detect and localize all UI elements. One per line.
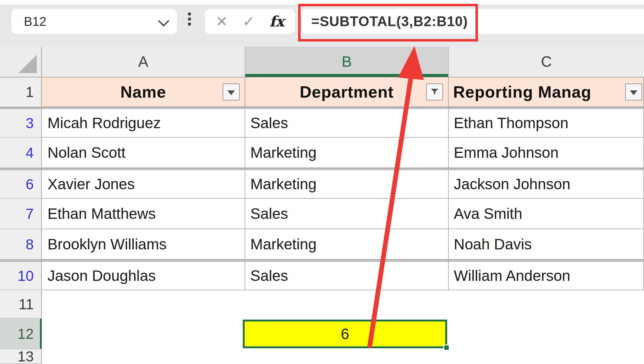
dropdown-arrow-icon <box>227 90 235 95</box>
subtotal-result-value: 6 <box>341 325 349 343</box>
table-row: 10 Jason Doughlas Sales William Anderson <box>0 260 644 290</box>
empty-cells[interactable] <box>42 290 644 319</box>
insert-function-icon[interactable]: fx <box>269 13 284 30</box>
row-header-3[interactable]: 3 <box>0 107 42 138</box>
column-header-c[interactable]: C <box>449 47 644 77</box>
formula-bar-buttons: ✕ ✓ fx <box>205 9 295 34</box>
empty-cells[interactable] <box>42 349 644 364</box>
table-header-row: 1 Name Department Reporting Manager <box>0 77 644 107</box>
cell-department[interactable]: Marketing <box>245 229 449 260</box>
cell-department[interactable]: Marketing <box>245 138 449 168</box>
row-header-6[interactable]: 6 <box>0 168 42 199</box>
select-all-corner[interactable] <box>0 47 42 77</box>
cell-department[interactable]: Marketing <box>245 168 449 199</box>
row-header-7[interactable]: 7 <box>0 199 42 229</box>
header-cell-department[interactable]: Department <box>245 77 449 107</box>
fill-handle[interactable] <box>443 344 450 351</box>
cell-manager[interactable]: Jackson Johnson <box>449 168 644 199</box>
header-cell-reporting-manager[interactable]: Reporting Manager <box>449 77 644 107</box>
cell-department[interactable]: Sales <box>245 107 449 138</box>
filter-dropdown-button-name[interactable] <box>223 83 240 100</box>
column-header-a[interactable]: A <box>42 47 245 77</box>
enter-icon[interactable]: ✓ <box>242 13 255 30</box>
select-all-triangle-icon <box>19 55 37 73</box>
row-header-11[interactable]: 11 <box>0 290 42 319</box>
column-header-strip: A B C <box>0 47 644 77</box>
row-header-8[interactable]: 8 <box>0 229 42 260</box>
table-row: 8 Brooklyn Williams Marketing Noah Davis <box>0 229 644 260</box>
excel-window: B12 ✕ ✓ fx =SUBTOTAL(3,B2:B10) A B C <box>0 0 644 364</box>
row-header-12[interactable]: 12 <box>0 319 42 349</box>
table-row: 4 Nolan Scott Marketing Emma Johnson <box>0 138 644 168</box>
cell-name[interactable]: Brooklyn Williams <box>42 229 245 260</box>
row-header-4[interactable]: 4 <box>0 138 42 168</box>
active-cell-reference: B12 <box>11 14 46 29</box>
partial-row: 13 <box>0 349 644 364</box>
cancel-icon[interactable]: ✕ <box>216 13 228 30</box>
dropdown-arrow-icon <box>630 90 637 95</box>
cell-department[interactable]: Sales <box>245 199 449 229</box>
row-header-13[interactable]: 13 <box>0 349 42 364</box>
chevron-down-icon[interactable] <box>158 15 169 27</box>
worksheet: A B C 1 Name Department Reporting Manage… <box>0 47 644 364</box>
selected-cell-b12[interactable]: 6 <box>243 320 447 348</box>
empty-row: 11 <box>0 290 644 319</box>
cell-manager[interactable]: Ava Smith <box>449 199 644 229</box>
cell-manager[interactable]: William Anderson <box>449 260 644 290</box>
cell-name[interactable]: Micah Rodriguez <box>42 107 245 138</box>
formula-bar-drag-handle[interactable] <box>188 13 191 26</box>
filter-dropdown-button-manager[interactable] <box>625 83 642 100</box>
filter-active-button-department[interactable] <box>426 83 443 100</box>
cell-manager[interactable]: Ethan Thompson <box>449 107 644 138</box>
table-row: 6 Xavier Jones Marketing Jackson Johnson <box>0 168 644 199</box>
formula-highlight-annotation <box>298 4 478 42</box>
cell-manager[interactable]: Noah Davis <box>449 229 644 260</box>
row-header-10[interactable]: 10 <box>0 260 42 290</box>
table-row: 3 Micah Rodriguez Sales Ethan Thompson <box>0 107 644 138</box>
cell-manager[interactable]: Emma Johnson <box>449 138 644 168</box>
funnel-filter-icon <box>430 87 439 97</box>
row-header-1[interactable]: 1 <box>0 77 42 107</box>
cell-name[interactable]: Xavier Jones <box>42 168 245 199</box>
cell-name[interactable]: Jason Doughlas <box>42 260 245 290</box>
header-cell-name[interactable]: Name <box>42 77 245 107</box>
cell-name[interactable]: Nolan Scott <box>42 138 245 168</box>
cell-name[interactable]: Ethan Matthews <box>42 199 245 229</box>
column-header-b[interactable]: B <box>245 47 449 77</box>
name-box[interactable]: B12 <box>11 9 177 34</box>
table-row: 7 Ethan Matthews Sales Ava Smith <box>0 199 644 229</box>
cell-department[interactable]: Sales <box>245 260 449 290</box>
